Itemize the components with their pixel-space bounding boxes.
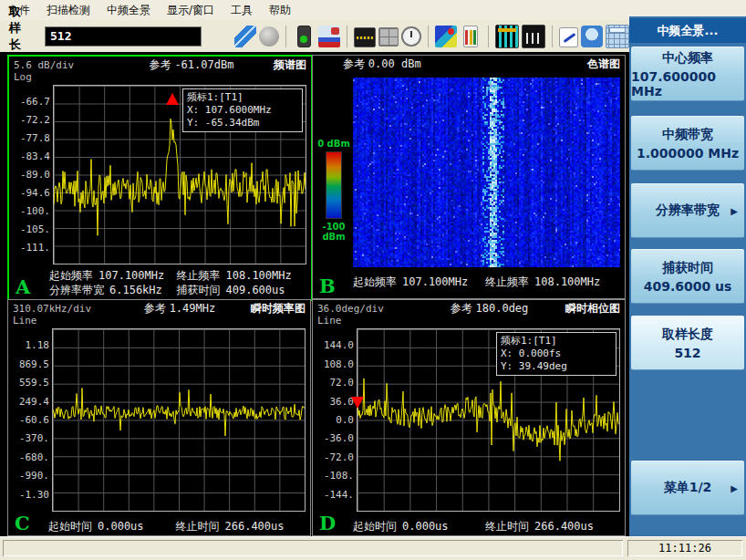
y-tick-label: -89.0 bbox=[20, 170, 50, 180]
scale-per-div-label: 310.07kHz/div bbox=[13, 303, 109, 315]
color-spectrum-icon[interactable] bbox=[435, 26, 457, 47]
panel-b-footer: 起始频率107.100MHz 终止频率108.100MHz bbox=[318, 275, 617, 289]
softkey-sample-length[interactable]: 取样长度 512 bbox=[631, 316, 744, 370]
softkey-resolution-bandwidth[interactable]: 分辨率带宽 ▶ bbox=[631, 183, 744, 238]
panel-b-body: 0 dBm -100 dBm bbox=[315, 78, 620, 267]
marker-triangle-icon[interactable] bbox=[166, 93, 179, 105]
y-tick-label: 559.5 bbox=[19, 378, 49, 388]
panel-a-header: 5.6 dB/div 参考 -61.07dBm 频谱图 bbox=[14, 58, 306, 72]
y-tick-label: -100. bbox=[20, 206, 50, 216]
histogram-icon[interactable] bbox=[522, 25, 545, 48]
satellite-icon[interactable] bbox=[234, 26, 256, 47]
panel-a-footer: 起始频率107.100MHz 终止频率108.100MHz 分辨率带宽6.156… bbox=[15, 268, 304, 297]
sample-length-input[interactable] bbox=[45, 26, 202, 47]
panel-a-spectrum[interactable]: 5.6 dB/div 参考 -61.07dBm 频谱图 Log -66.7-72… bbox=[7, 55, 313, 301]
video-camera-icon[interactable] bbox=[318, 26, 340, 47]
reference-level: 参考 0.00 dBm bbox=[343, 57, 587, 72]
y-tick-label: -111. bbox=[20, 243, 50, 253]
colorbar-bottom-label: -100 dBm bbox=[316, 222, 351, 242]
softkey-center-frequency[interactable]: 中心频率 107.600000 MHz bbox=[631, 47, 744, 101]
marker-triangle-icon[interactable] bbox=[351, 397, 364, 409]
menu-item[interactable]: 中频全景 bbox=[98, 1, 159, 20]
y-tick-label: -105. bbox=[20, 224, 50, 234]
softkey-capture-time[interactable]: 捕获时间 409.6000 us bbox=[631, 249, 744, 304]
spectrogram-plot[interactable] bbox=[353, 78, 620, 267]
menu-item[interactable]: 显示/窗口 bbox=[159, 1, 223, 20]
panel-title: 频谱图 bbox=[274, 57, 306, 73]
scale-per-div-label: 5.6 dB/div bbox=[14, 59, 109, 71]
spectrogram-canvas bbox=[353, 78, 620, 267]
toolbar-separator bbox=[488, 26, 489, 47]
notepad-pen-icon[interactable] bbox=[559, 27, 578, 47]
frequency-trace-canvas bbox=[53, 329, 305, 511]
axis-mode-label: Log bbox=[14, 71, 32, 83]
reference-level: 参考 -61.07dBm bbox=[109, 57, 274, 73]
y-tick-label: 144.0 bbox=[324, 340, 354, 350]
y-tick-label: -680. bbox=[19, 452, 49, 462]
menu-item[interactable]: 帮助 bbox=[261, 1, 299, 20]
status-time: 11:11:26 bbox=[658, 542, 711, 555]
spectrum-plot[interactable]: 频标1:[T1] X: 107.6000MHz Y: -65.34dBm bbox=[53, 85, 306, 264]
panel-d-body: 144.0108.072.036.00.0-36.0-72.0-108.-144… bbox=[315, 328, 620, 512]
y-tick-label: -72.2 bbox=[20, 115, 50, 125]
phase-plot[interactable]: 频标1:[T1] X: 0.000fs Y: 39.49deg bbox=[357, 328, 620, 512]
y-tick-label: -370. bbox=[19, 433, 49, 443]
y-tick-label: -1.30 bbox=[19, 490, 49, 500]
panel-d-inst-phase[interactable]: 36.0deg/div 参考 180.0deg 瞬时相位图 Line 144.0… bbox=[312, 299, 626, 536]
spectrum-bars-icon[interactable] bbox=[495, 25, 519, 48]
y-tick-label: -990. bbox=[19, 471, 49, 481]
y-tick-label: -144. bbox=[324, 490, 354, 500]
status-light-icon[interactable] bbox=[297, 26, 311, 47]
colorbar-column: 0 dBm -100 dBm bbox=[315, 78, 353, 267]
softkey-panel: 中频全景... 中心频率 107.600000 MHz 中频带宽 1.00000… bbox=[629, 16, 746, 536]
y-tick-label: 108.0 bbox=[324, 359, 354, 369]
softkey-menu-title[interactable]: 中频全景... bbox=[629, 18, 746, 43]
marker-readout: 频标1:[T1] X: 107.6000MHz Y: -65.34dBm bbox=[182, 88, 303, 132]
clock-cell: 11:11:26 bbox=[627, 540, 742, 556]
panel-title: 色谱图 bbox=[587, 57, 620, 72]
panel-b-spectrogram[interactable]: 参考 0.00 dBm 色谱图 0 dBm -100 dBm B 起始频率107… bbox=[312, 55, 626, 299]
menu-item[interactable]: 工具 bbox=[223, 1, 261, 20]
bar-chart-icon[interactable] bbox=[463, 26, 478, 47]
y-tick-label: -77.8 bbox=[20, 133, 50, 143]
y-tick-label: 72.0 bbox=[330, 378, 355, 388]
submenu-arrow-icon: ▶ bbox=[730, 483, 738, 493]
chat-icon[interactable] bbox=[581, 26, 603, 47]
calculator-icon[interactable] bbox=[606, 25, 629, 48]
y-axis-ticks: 1.18869.5559.5249.4-60.6-370.-680.-990.-… bbox=[10, 328, 52, 512]
panel-c-footer: 起始时间0.000us 终止时间266.400us bbox=[14, 519, 303, 534]
marker-readout: 频标1:[T1] X: 0.000fs Y: 39.49deg bbox=[496, 332, 616, 376]
softkey-if-bandwidth[interactable]: 中频带宽 1.000000 MHz bbox=[631, 116, 744, 171]
axis-mode-label: Line bbox=[13, 315, 37, 327]
panel-c-header: 310.07kHz/div 参考 1.49MHz 瞬时频率图 bbox=[13, 302, 306, 316]
reference-level: 参考 1.49MHz bbox=[109, 301, 251, 316]
grid-screen-icon[interactable] bbox=[378, 27, 399, 47]
y-tick-label: -36.0 bbox=[324, 433, 354, 443]
status-bar: 11:11:26 bbox=[0, 536, 746, 560]
y-axis-ticks: -66.7-72.2-77.8-83.4-89.0-94.6-100.-105.… bbox=[11, 85, 53, 264]
panel-a-body: -66.7-72.2-77.8-83.4-89.0-94.6-100.-105.… bbox=[11, 85, 306, 264]
panel-c-inst-frequency[interactable]: 310.07kHz/div 参考 1.49MHz 瞬时频率图 Line 1.18… bbox=[7, 299, 311, 536]
y-tick-label: 0.0 bbox=[336, 415, 354, 425]
y-tick-label: -72.0 bbox=[324, 452, 354, 462]
y-axis-ticks: 144.0108.072.036.00.0-36.0-72.0-108.-144… bbox=[315, 328, 357, 512]
y-tick-label: -66.7 bbox=[20, 97, 50, 107]
toolbar-separator bbox=[428, 26, 429, 47]
toolbar-separator bbox=[552, 26, 553, 47]
panel-d-header: 36.0deg/div 参考 180.0deg 瞬时相位图 bbox=[317, 302, 620, 316]
menu-item[interactable]: 扫描检测 bbox=[38, 1, 98, 20]
softkey-menu-page[interactable]: 菜单1/2 ▶ bbox=[631, 461, 744, 515]
toolbar: 取样长度: bbox=[0, 20, 629, 53]
panel-title: 瞬时相位图 bbox=[565, 301, 620, 316]
colorbar-top-label: 0 dBm bbox=[316, 139, 351, 149]
status-message-cell bbox=[3, 540, 623, 556]
axis-mode-label: Line bbox=[317, 315, 342, 327]
clock-icon[interactable] bbox=[401, 26, 421, 47]
y-tick-label: 1.18 bbox=[26, 340, 50, 350]
toolbar-icons bbox=[234, 25, 629, 48]
frequency-plot[interactable] bbox=[52, 328, 306, 512]
globe-icon[interactable] bbox=[259, 26, 279, 47]
waveform-screen-icon[interactable] bbox=[354, 27, 376, 47]
toolbar-separator bbox=[347, 26, 347, 47]
panel-title: 瞬时频率图 bbox=[251, 301, 306, 316]
